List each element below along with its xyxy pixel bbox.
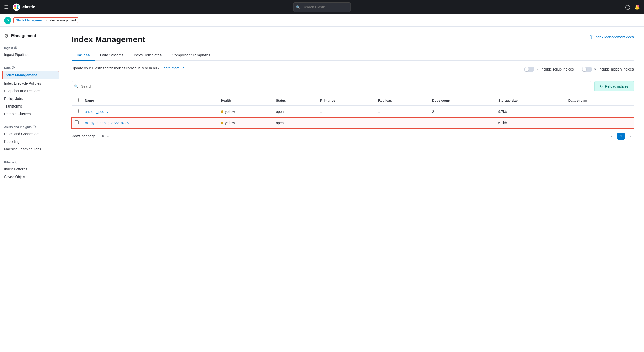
table-row: ancient_poetry yellow open 1 1 2 9.7kb [72,106,634,117]
rows-per-page-label: Rows per page: [72,134,97,138]
management-icon: ⚙ [4,33,9,39]
indices-table: Name Health Status Primaries Replicas Do… [72,96,634,128]
col-name: Name [82,96,218,106]
sidebar-item-rules-connectors[interactable]: Rules and Connectors [0,130,61,138]
main-content: Index Management ⓘ Index Management docs… [61,27,644,352]
sidebar-item-snapshot-restore[interactable]: Snapshot and Restore [0,87,61,95]
row2-checkbox[interactable] [75,120,79,124]
ingest-info-icon: ⓘ [14,46,17,50]
svg-point-0 [13,4,20,11]
index-search-input[interactable] [72,81,591,91]
toggle-hidden-x: ✕ [594,68,596,71]
row2-name: mingyue-debug-2022.04.26 [82,117,218,128]
reload-indices-button[interactable]: ↻ Reload indices [594,81,634,91]
rows-per-page-value: 10 [101,134,106,138]
breadcrumb: Stack Management › Index Management [13,17,78,23]
breadcrumb-index-management[interactable]: Index Management [48,18,76,22]
avatar: D [4,17,11,24]
help-button[interactable]: ◯ [625,4,630,10]
row1-name-link[interactable]: ancient_poetry [85,110,108,114]
breadcrumb-stack-management[interactable]: Stack Management [16,18,44,22]
toggle-rollup-label: Include rollup indices [540,67,574,71]
sidebar-item-remote-clusters[interactable]: Remote Clusters [0,110,61,118]
breadcrumb-bar: D Stack Management › Index Management [0,14,644,27]
sidebar-item-index-management[interactable]: Index Management [2,71,59,79]
hamburger-menu-button[interactable]: ☰ [4,4,8,10]
kibana-info-icon: ⓘ [15,160,18,164]
page-next-button[interactable]: › [627,133,634,140]
pagination-row: Rows per page: 10 ⌄ ‹ 1 › [72,128,634,144]
rows-per-page[interactable]: Rows per page: 10 ⌄ [72,133,112,139]
main-layout: ⚙ Management Ingest ⓘ Ingest Pipelines D… [0,27,644,352]
row2-primaries: 1 [317,117,375,128]
select-all-checkbox[interactable] [75,98,79,102]
main-tabs: Indices Data Streams Index Templates Com… [72,50,634,61]
toggle-hidden-thumb [582,67,586,71]
toggle-rollup-track[interactable] [524,67,534,72]
sidebar-item-rollup-jobs[interactable]: Rollup Jobs [0,95,61,102]
toggles-row: ✕ Include rollup indices ✕ Include hidde… [524,67,634,72]
tab-data-streams[interactable]: Data Streams [95,50,129,61]
sidebar-section-data: Data ⓘ [0,63,61,71]
table-header-row: Name Health Status Primaries Replicas Do… [72,96,634,106]
tab-index-templates[interactable]: Index Templates [129,50,167,61]
col-docs-count: Docs count [429,96,495,106]
sidebar-item-ml-jobs[interactable]: Machine Learning Jobs [0,145,61,153]
search-icon: 🔍 [296,5,300,9]
row1-status: open [273,106,317,117]
row2-storage-size: 6.1kb [495,117,565,128]
toggle-rollup-x: ✕ [536,68,538,71]
row2-docs-count: 1 [429,117,495,128]
row2-health-label: yellow [225,121,235,125]
row1-primaries: 1 [317,106,375,117]
alerts-info-icon: ⓘ [33,125,36,129]
tab-indices[interactable]: Indices [72,50,95,61]
row1-storage-size: 9.7kb [495,106,565,117]
sidebar-section-ingest: Ingest ⓘ [0,43,61,51]
toggle-hidden-label: Include hidden indices [598,67,634,71]
col-replicas: Replicas [375,96,429,106]
col-status: Status [273,96,317,106]
rows-per-page-chevron: ⌄ [107,134,110,138]
sidebar-item-transforms[interactable]: Transforms [0,102,61,110]
description-text: Update your Elasticsearch indices indivi… [72,66,185,71]
sidebar-item-index-lifecycle[interactable]: Index Lifecycle Policies [0,79,61,87]
row2-checkbox-cell [72,117,82,128]
svg-point-1 [14,5,16,7]
sidebar-item-saved-objects[interactable]: Saved Objects [0,173,61,181]
row1-health-label: yellow [225,110,235,114]
rows-per-page-select[interactable]: 10 ⌄ [99,133,112,139]
notification-dot [637,5,639,7]
toggle-rollup-thumb [525,67,529,71]
sidebar-title: Management [11,33,36,38]
row1-checkbox[interactable] [75,109,79,113]
col-storage-size: Storage size [495,96,565,106]
toggle-hidden-track[interactable] [582,67,592,72]
sidebar-item-ingest-pipelines[interactable]: Ingest Pipelines [0,51,61,58]
page-title: Index Management [72,35,145,44]
sidebar: ⚙ Management Ingest ⓘ Ingest Pipelines D… [0,27,61,352]
sidebar-item-index-patterns[interactable]: Index Patterns [0,165,61,173]
elastic-logo-icon [12,3,20,11]
docs-link[interactable]: ⓘ Index Management docs [590,35,634,39]
row2-name-link[interactable]: mingyue-debug-2022.04.26 [85,121,129,125]
sidebar-item-reporting[interactable]: Reporting [0,138,61,145]
reload-button-label: Reload indices [605,84,628,88]
col-health: Health [218,96,273,106]
reload-icon: ↻ [600,84,603,88]
svg-point-3 [14,7,16,9]
row2-status: open [273,117,317,128]
search-input[interactable] [293,2,351,12]
svg-point-4 [17,7,19,9]
description-row: Update your Elasticsearch indices indivi… [72,66,634,76]
docs-link-icon: ⓘ [590,35,593,39]
page-prev-button[interactable]: ‹ [608,133,615,140]
elastic-logo: elastic [12,3,35,11]
docs-link-text: Index Management docs [595,35,634,39]
notifications-button[interactable]: 🔔 [634,4,640,10]
data-info-icon: ⓘ [12,66,15,70]
tab-component-templates[interactable]: Component Templates [167,50,215,61]
learn-more-link[interactable]: Learn more. ↗ [162,66,185,70]
index-search-icon: 🔍 [74,84,78,88]
sidebar-header: ⚙ Management [0,31,61,43]
